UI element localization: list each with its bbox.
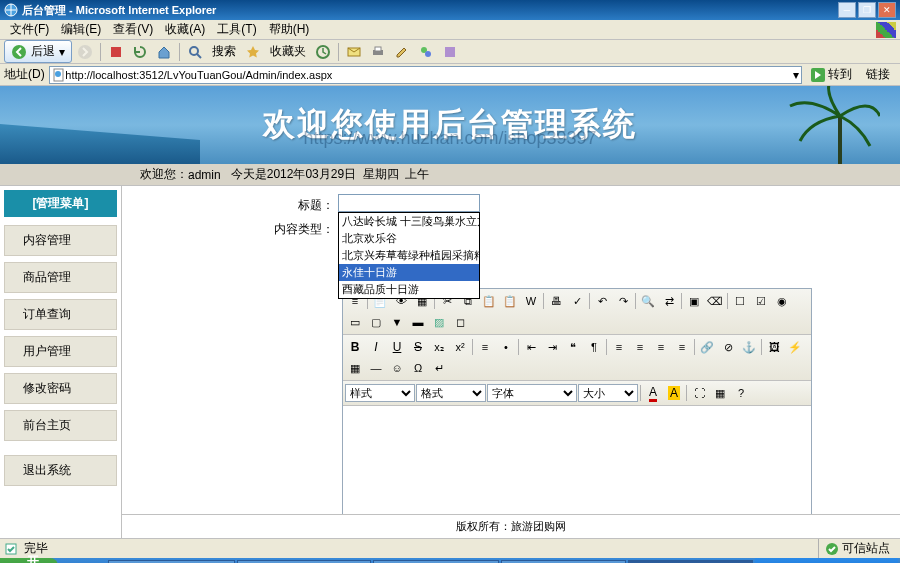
dropdown-option[interactable]: 八达岭长城 十三陵鸟巢水立方精品一	[339, 213, 479, 230]
div-icon[interactable]: ¶	[584, 337, 604, 357]
outdent-icon[interactable]: ⇤	[521, 337, 541, 357]
smiley-icon[interactable]: ☺	[387, 358, 407, 378]
textfield-icon[interactable]: ▭	[345, 312, 365, 332]
links-label[interactable]: 链接	[860, 66, 896, 83]
underline-icon[interactable]: U	[387, 337, 407, 357]
sidebar-item-logout[interactable]: 退出系统	[4, 455, 117, 486]
go-button[interactable]: 转到	[806, 66, 856, 83]
start-label: 开始	[27, 553, 47, 563]
start-button[interactable]: 开始	[0, 558, 58, 563]
sidebar-item-frontend[interactable]: 前台主页	[4, 410, 117, 441]
paste-icon[interactable]: 📋	[479, 291, 499, 311]
sidebar-item-content[interactable]: 内容管理	[4, 225, 117, 256]
anchor-icon[interactable]: ⚓	[739, 337, 759, 357]
svg-point-1	[12, 45, 26, 59]
selectall-icon[interactable]: ▣	[684, 291, 704, 311]
hr-icon[interactable]: —	[366, 358, 386, 378]
select-icon[interactable]: ▼	[387, 312, 407, 332]
research-button[interactable]	[439, 42, 461, 62]
font-select[interactable]: 字体	[487, 384, 577, 402]
unlink-icon[interactable]: ⊘	[718, 337, 738, 357]
undo-icon[interactable]: ↶	[592, 291, 612, 311]
close-button[interactable]: ✕	[878, 2, 896, 18]
bgcolor-icon[interactable]: A	[664, 383, 684, 403]
paste-word-icon[interactable]: W	[521, 291, 541, 311]
style-select[interactable]: 样式	[345, 384, 415, 402]
sub-icon[interactable]: x₂	[429, 337, 449, 357]
menu-help[interactable]: 帮助(H)	[263, 19, 316, 40]
redo-icon[interactable]: ↷	[613, 291, 633, 311]
italic-icon[interactable]: I	[366, 337, 386, 357]
showblocks-icon[interactable]: ▦	[710, 383, 730, 403]
textarea-icon[interactable]: ▢	[366, 312, 386, 332]
bold-icon[interactable]: B	[345, 337, 365, 357]
dropdown-icon[interactable]: ▾	[793, 68, 799, 82]
replace-icon[interactable]: ⇄	[659, 291, 679, 311]
quote-icon[interactable]: ❝	[563, 337, 583, 357]
sup-icon[interactable]: x²	[450, 337, 470, 357]
dropdown-option-selected[interactable]: 永佳十日游	[339, 264, 479, 281]
format-select[interactable]: 格式	[416, 384, 486, 402]
favorites-button[interactable]	[242, 42, 264, 62]
date-prefix: 今天是	[231, 166, 267, 183]
radio-icon[interactable]: ◉	[772, 291, 792, 311]
maximize-button[interactable]: ❐	[858, 2, 876, 18]
flash-icon[interactable]: ⚡	[785, 337, 805, 357]
align-left-icon[interactable]: ≡	[609, 337, 629, 357]
img-icon[interactable]: 🖼	[764, 337, 784, 357]
messenger-button[interactable]	[415, 42, 437, 62]
refresh-button[interactable]	[129, 42, 151, 62]
image-icon[interactable]: ▨	[429, 312, 449, 332]
dropdown-option[interactable]: 酉藏品质十日游	[339, 281, 479, 298]
about-icon[interactable]: ?	[731, 383, 751, 403]
pagebreak-icon[interactable]: ↵	[429, 358, 449, 378]
sidebar-item-products[interactable]: 商品管理	[4, 262, 117, 293]
menu-tools[interactable]: 工具(T)	[211, 19, 262, 40]
spell-icon[interactable]: ✓	[567, 291, 587, 311]
edit-button[interactable]	[391, 42, 413, 62]
table-icon[interactable]: ▦	[345, 358, 365, 378]
history-button[interactable]	[312, 42, 334, 62]
hidden-icon[interactable]: ◻	[450, 312, 470, 332]
date-value: 2012年03月29日	[267, 166, 356, 183]
ol-icon[interactable]: ≡	[475, 337, 495, 357]
sidebar-item-password[interactable]: 修改密码	[4, 373, 117, 404]
title-input[interactable]	[338, 194, 480, 212]
dropdown-option[interactable]: 北京欢乐谷	[339, 230, 479, 247]
dropdown-option[interactable]: 北京兴寿草莓绿种植园采摘精品草莓	[339, 247, 479, 264]
stop-button[interactable]	[105, 42, 127, 62]
menu-file[interactable]: 文件(F)	[4, 19, 55, 40]
print-button[interactable]	[367, 42, 389, 62]
back-label: 后退	[31, 43, 55, 60]
removefmt-icon[interactable]: ⌫	[705, 291, 725, 311]
menu-view[interactable]: 查看(V)	[107, 19, 159, 40]
home-button[interactable]	[153, 42, 175, 62]
specialchar-icon[interactable]: Ω	[408, 358, 428, 378]
search-button[interactable]	[184, 42, 206, 62]
align-center-icon[interactable]: ≡	[630, 337, 650, 357]
menu-edit[interactable]: 编辑(E)	[55, 19, 107, 40]
indent-icon[interactable]: ⇥	[542, 337, 562, 357]
url-input[interactable]	[65, 69, 793, 81]
sidebar-item-orders[interactable]: 订单查询	[4, 299, 117, 330]
maximize-icon[interactable]: ⛶	[689, 383, 709, 403]
mail-button[interactable]	[343, 42, 365, 62]
minimize-button[interactable]: ─	[838, 2, 856, 18]
print-icon[interactable]: 🖶	[546, 291, 566, 311]
form-icon[interactable]: ☐	[730, 291, 750, 311]
size-select[interactable]: 大小	[578, 384, 638, 402]
textcolor-icon[interactable]: A	[643, 383, 663, 403]
sidebar-item-users[interactable]: 用户管理	[4, 336, 117, 367]
find-icon[interactable]: 🔍	[638, 291, 658, 311]
back-button[interactable]: 后退 ▾	[4, 40, 72, 63]
paste-text-icon[interactable]: 📋	[500, 291, 520, 311]
align-right-icon[interactable]: ≡	[651, 337, 671, 357]
ul-icon[interactable]: •	[496, 337, 516, 357]
menu-favorites[interactable]: 收藏(A)	[159, 19, 211, 40]
svg-rect-11	[445, 47, 455, 57]
button-icon[interactable]: ▬	[408, 312, 428, 332]
link-icon[interactable]: 🔗	[697, 337, 717, 357]
checkbox-icon[interactable]: ☑	[751, 291, 771, 311]
strike-icon[interactable]: S	[408, 337, 428, 357]
align-justify-icon[interactable]: ≡	[672, 337, 692, 357]
